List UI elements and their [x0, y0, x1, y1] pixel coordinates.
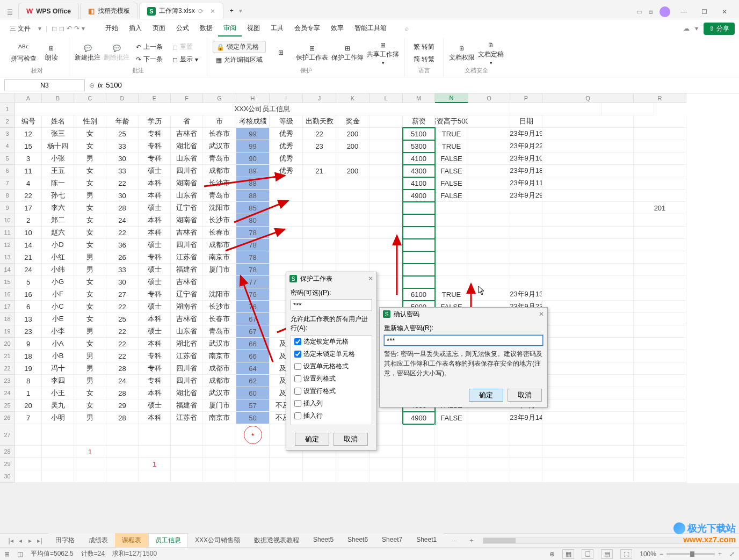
menu-数据[interactable]: 数据 — [194, 21, 218, 37]
cell[interactable]: 杨十四 — [42, 140, 74, 152]
tab-templates[interactable]: ◧ 找稻壳模板 — [80, 3, 138, 19]
perm-checkbox[interactable] — [294, 425, 301, 425]
cell[interactable]: 1 — [139, 458, 171, 470]
cell[interactable] — [403, 470, 435, 483]
row-header[interactable]: 10 — [0, 214, 15, 227]
cell[interactable] — [634, 301, 686, 313]
row-header[interactable]: 20 — [0, 338, 15, 350]
cell[interactable]: 编号 — [15, 115, 42, 128]
perm-checkbox[interactable] — [294, 388, 301, 395]
cell[interactable]: 60 — [236, 387, 270, 399]
cell[interactable]: 四川省 — [171, 375, 203, 387]
col-header-M[interactable]: M — [403, 93, 435, 103]
cell[interactable]: TRUE — [435, 288, 468, 301]
cell[interactable]: 男 — [74, 412, 106, 424]
cell[interactable] — [634, 338, 686, 350]
cell[interactable]: 专科 — [139, 350, 171, 362]
menu-审阅[interactable]: 审阅 — [218, 21, 242, 37]
to-simplified-button[interactable]: 繁 转简 — [410, 41, 438, 53]
cell[interactable] — [542, 276, 634, 288]
lock-cell-button[interactable]: 🔒锁定单元格 — [213, 41, 266, 53]
cell[interactable] — [403, 202, 435, 214]
cell[interactable]: 男 — [74, 251, 106, 264]
cell[interactable]: 21 — [303, 165, 336, 177]
perm-item[interactable]: 设置行格式 — [291, 385, 372, 397]
cell[interactable]: 33 — [106, 140, 139, 152]
view-reading-button[interactable]: ⬚ — [620, 549, 632, 559]
cell[interactable] — [139, 470, 171, 483]
cell[interactable]: 22 — [106, 227, 139, 239]
menu-插入[interactable]: 插入 — [124, 21, 147, 37]
cell[interactable]: 23 — [15, 325, 42, 338]
cell[interactable]: 硕士 — [139, 276, 171, 288]
cell[interactable] — [336, 227, 370, 239]
cell[interactable]: 沈阳市 — [203, 288, 236, 301]
cell[interactable]: 小张 — [42, 152, 74, 165]
col-header-G[interactable]: G — [203, 93, 236, 103]
sheet-tab[interactable]: Sheet6 — [340, 533, 375, 548]
cell[interactable]: 女 — [74, 128, 106, 140]
read-button[interactable]: 🗎朗读 — [40, 45, 63, 62]
cell[interactable] — [435, 470, 468, 483]
cell[interactable] — [42, 458, 74, 470]
cell[interactable] — [435, 227, 468, 239]
cell[interactable]: 硕士 — [139, 325, 171, 338]
cell[interactable]: 66 — [236, 350, 270, 362]
dialog-title-bar[interactable]: S 保护工作表 ✕ — [286, 272, 376, 285]
perm-checkbox[interactable] — [294, 363, 301, 370]
cell[interactable]: 山东省 — [171, 325, 203, 338]
cell[interactable] — [435, 214, 468, 227]
cell[interactable] — [15, 458, 42, 470]
cell[interactable]: 湖北省 — [171, 387, 203, 399]
cell[interactable]: 30 — [106, 276, 139, 288]
cell[interactable]: 女 — [74, 313, 106, 325]
cell[interactable]: FALSE — [435, 412, 468, 424]
cell[interactable] — [435, 239, 468, 251]
cell[interactable]: 2023年9月11日 — [510, 177, 542, 190]
cell[interactable] — [435, 264, 468, 276]
cell[interactable]: 青岛市 — [203, 190, 236, 202]
avatar[interactable] — [660, 6, 670, 17]
cell[interactable]: 1 — [15, 387, 42, 399]
cell[interactable] — [270, 227, 303, 239]
cell[interactable] — [171, 470, 203, 483]
cell[interactable]: 四川省 — [171, 362, 203, 375]
cell[interactable] — [468, 470, 510, 483]
close-button[interactable]: ✕ — [718, 5, 731, 19]
cell[interactable]: 76 — [236, 288, 270, 301]
cell[interactable]: 18 — [15, 350, 42, 362]
permission-list[interactable]: 选定锁定单元格选定未锁定单元格设置单元格格式设置列格式设置行格式插入列插入行插入… — [291, 335, 372, 425]
cell[interactable]: 3 — [15, 152, 42, 165]
cell[interactable]: 小E — [42, 313, 74, 325]
cell[interactable]: 85 — [236, 202, 270, 214]
row-header[interactable]: 24 — [0, 387, 15, 399]
cell[interactable] — [15, 446, 42, 458]
col-header-N[interactable]: N — [435, 93, 468, 103]
cell[interactable]: 女 — [74, 239, 106, 251]
cell[interactable] — [303, 458, 336, 470]
cell[interactable] — [510, 239, 542, 251]
cell[interactable]: 2023年9月18日 — [510, 165, 542, 177]
cell[interactable] — [203, 458, 236, 470]
cell[interactable]: 张三 — [42, 128, 74, 140]
col-header-I[interactable]: I — [270, 93, 303, 103]
cell[interactable] — [403, 264, 435, 276]
row-header[interactable]: 28 — [0, 446, 15, 458]
cell[interactable] — [634, 214, 686, 227]
cell[interactable] — [106, 446, 139, 458]
cell[interactable] — [370, 227, 403, 239]
cell[interactable] — [542, 251, 634, 264]
cell[interactable]: 女 — [74, 202, 106, 214]
cell[interactable]: 姓名 — [42, 115, 74, 128]
sheet-tab[interactable]: 课程表 — [115, 533, 148, 548]
cell[interactable] — [634, 251, 686, 264]
cell[interactable] — [106, 470, 139, 483]
cell[interactable]: 本科 — [139, 412, 171, 424]
cell[interactable] — [270, 214, 303, 227]
cell[interactable]: 专科 — [139, 140, 171, 152]
cell[interactable] — [15, 470, 42, 483]
cell[interactable] — [634, 399, 686, 412]
doc-permission-button[interactable]: 🗎文档权限 — [449, 45, 475, 62]
show-comment-button[interactable]: ◻显示▾ — [169, 54, 201, 65]
cell[interactable]: 25 — [106, 128, 139, 140]
